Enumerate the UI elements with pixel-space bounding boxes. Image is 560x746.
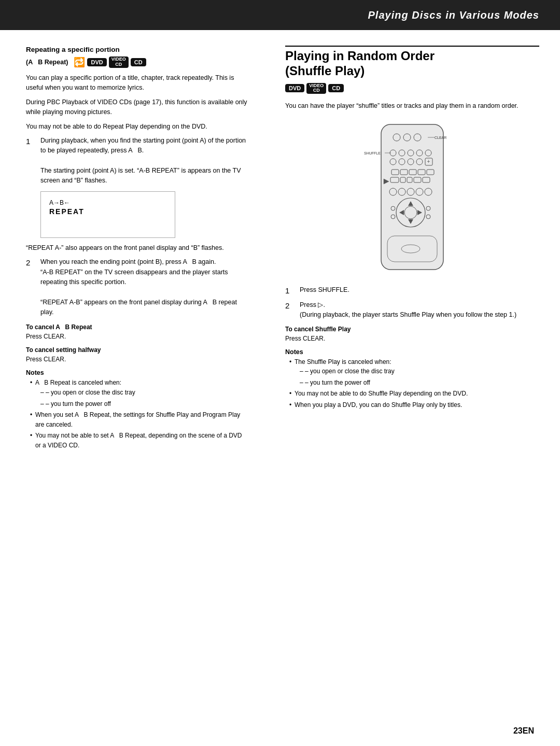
left-body2: During PBC Playback of VIDEO CDs (page 1… [26,97,249,118]
cancel-halfway-text: Press CLEAR. [26,355,249,364]
badge-label-ab: (A B Repeat) [26,59,72,66]
right-note-3: When you play a DVD, you can do Shuffle … [289,400,539,410]
svg-text:+: + [427,159,430,164]
badge-cd: CD [131,58,146,66]
tv-note: “REPEAT A-” also appears on the front pa… [26,243,249,253]
left-section-heading: Repeating a specific portion [26,46,249,53]
step2-sub2: “REPEAT A-B” appears on the front panel … [40,299,237,316]
header-title: Playing Discs in Various Modes [368,9,539,21]
right-title-line1: Playing in Random Order [285,49,539,64]
right-step2-num: 2 [285,300,295,311]
right-divider [285,46,539,47]
right-notes-list: The Shuffle Play is canceled when: – you… [285,357,539,410]
right-badge-dvd: DVD [285,84,304,92]
right-note-2: You may not be able to do Shuffle Play d… [289,389,539,399]
left-step1: 1 During playback, when you find the sta… [26,136,249,186]
right-note-1-sub-2: – you turn the power off [300,378,539,388]
repeat-icon: 🔁 [74,57,85,68]
cancel-ab-section: To cancel A B Repeat Press CLEAR. [26,323,249,341]
right-step2-sub: (During playback, the player starts Shuf… [300,311,516,318]
svg-text:CLEAR: CLEAR [435,136,446,139]
svg-text:SHUFFLE: SHUFFLE [364,151,381,155]
step2-sub1: “A-B REPEAT” on the TV screen disappears… [40,269,228,286]
cancel-shuffle-label: To cancel Shuffle Play [285,326,539,333]
right-note-1-sub: – you open or close the disc tray – you … [295,367,539,387]
right-badge-video: VIDEOCD [306,83,326,94]
right-section-title: Playing in Random Order (Shuffle Play) [285,49,539,79]
left-note-2: When you set A B Repeat, the settings fo… [30,410,249,429]
cancel-shuffle-section: To cancel Shuffle Play Press CLEAR. [285,326,539,343]
cancel-halfway-section: To cancel setting halfway Press CLEAR. [26,346,249,364]
tv-screen-box: A→B← REPEAT [40,191,175,238]
step2-text: When you reach the ending point (point B… [40,258,216,265]
right-note-1: The Shuffle Play is canceled when: – you… [289,357,539,388]
step2-content: When you reach the ending point (point B… [40,257,249,317]
cancel-ab-text: Press CLEAR. [26,332,249,341]
left-note-3: You may not be able to set A B Repeat, d… [30,431,249,450]
tv-line2: REPEAT [49,207,85,216]
page-number: 23EN [513,726,534,736]
tv-line1: A→B← [49,199,85,206]
left-note-1-sub-1: – you open or close the disc tray [40,388,249,398]
step1-sub: The starting point (point A) is set. “A-… [40,167,241,184]
step1-text: During playback, when you find the start… [40,137,246,154]
remote-svg: CLEAR SHUFFLE + [358,119,467,280]
right-column: Playing in Random Order (Shuffle Play) D… [264,30,560,746]
cancel-ab-label: To cancel A B Repeat [26,323,249,331]
left-note-1: A B Repeat is canceled when: – you open … [30,378,249,409]
page-header: Playing Discs in Various Modes [0,0,560,30]
remote-illustration: CLEAR SHUFFLE + [285,119,539,280]
main-content: Repeating a specific portion (A B Repeat… [0,30,560,746]
left-note-1-sub: – you open or close the disc tray – you … [35,388,249,409]
right-badge-cd: CD [328,84,344,92]
right-body1: You can have the player “shuffle” titles… [285,101,539,111]
badge-dvd: DVD [87,58,106,66]
right-note-1-sub-1: – you open or close the disc tray [300,367,539,376]
right-step1-text: Press SHUFFLE. [300,286,349,293]
left-step2: 2 When you reach the ending point (point… [26,257,249,317]
left-notes-title: Notes [26,369,249,376]
right-notes: Notes The Shuffle Play is canceled when:… [285,348,539,410]
right-badge-row: DVD VIDEOCD CD [285,83,539,94]
right-step2-content: Press ▷. (During playback, the player st… [300,300,539,320]
right-step1: 1 Press SHUFFLE. [285,285,539,296]
step1-num: 1 [26,136,35,147]
tv-text: A→B← REPEAT [49,199,85,216]
right-notes-title: Notes [285,348,539,356]
left-badge-row: (A B Repeat) 🔁 DVD VIDEOCD CD [26,57,249,68]
cancel-halfway-label: To cancel setting halfway [26,346,249,354]
right-step2: 2 Press ▷. (During playback, the player … [285,300,539,320]
cancel-shuffle-text: Press CLEAR. [285,334,539,343]
left-note-1-sub-2: – you turn the power off [40,399,249,409]
badge-video: VIDEOCD [109,57,129,68]
left-column: Repeating a specific portion (A B Repeat… [0,30,264,746]
step2-num: 2 [26,257,35,268]
left-body1: You can play a specific portion of a tit… [26,73,249,93]
step1-content: During playback, when you find the start… [40,136,249,186]
right-step1-content: Press SHUFFLE. [300,285,539,295]
right-title-line2: (Shuffle Play) [285,64,539,79]
svg-rect-0 [381,124,443,270]
left-body3: You may not be able to do Repeat Play de… [26,122,249,132]
left-notes: Notes A B Repeat is canceled when: – you… [26,369,249,450]
left-notes-list: A B Repeat is canceled when: – you open … [26,378,249,450]
right-step2-text: Press ▷. [300,301,325,308]
right-step1-num: 1 [285,285,295,296]
